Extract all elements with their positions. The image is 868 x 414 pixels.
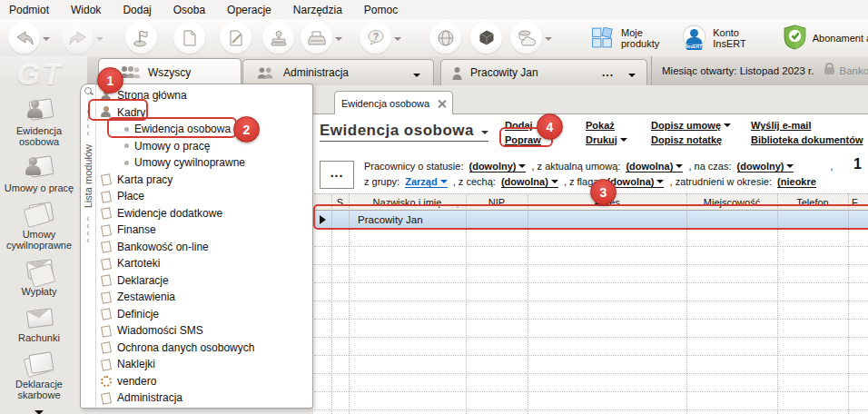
lista-modulow-strip[interactable]: Lista modułów	[81, 84, 96, 408]
print-dropdown-icon[interactable]	[335, 37, 342, 44]
menu-podmiot[interactable]: Podmiot	[9, 4, 49, 16]
table-empty-row[interactable]	[314, 410, 868, 414]
tree-item-umowy-o-prace[interactable]: Umowy o pracę	[96, 138, 312, 155]
table-empty-row[interactable]	[314, 229, 868, 247]
pokaz-link[interactable]: Pokaż	[586, 120, 627, 131]
table-empty-row[interactable]	[314, 392, 868, 410]
chevron-down-icon[interactable]	[628, 74, 636, 81]
popraw-link[interactable]: Popraw	[505, 134, 541, 145]
table-empty-row[interactable]	[314, 301, 868, 320]
tree-item-deklaracje[interactable]: Deklaracje	[96, 272, 312, 290]
help-dropdown-icon[interactable]	[394, 37, 401, 44]
filter-umowa-dropdown[interactable]: (dowolna)	[626, 161, 683, 172]
menu-dodaj[interactable]: Dodaj	[123, 4, 151, 16]
menu-narzedzia[interactable]: Narzędzia	[293, 4, 342, 16]
tree-item-strona-glowna[interactable]: Strona główna	[96, 87, 312, 104]
col-nip[interactable]: NIP	[466, 197, 528, 208]
wyslij-email-link[interactable]: Wyślij e-mail	[751, 120, 863, 131]
more-filters-button[interactable]: ...	[320, 161, 354, 189]
col-adres[interactable]: Adres	[528, 197, 686, 208]
new-document-button[interactable]	[173, 22, 205, 54]
tree-item-kartoteki[interactable]: Kartoteki	[96, 255, 312, 272]
konto-insert-button[interactable]: InsERT KontoInsERT	[681, 25, 745, 51]
filter-flaga-dropdown[interactable]: (dowolna)	[607, 176, 665, 188]
menu-osoba[interactable]: Osoba	[173, 4, 205, 16]
dopisz-umowe-link[interactable]: Dopisz umowę	[651, 120, 731, 131]
filter-na-czas-dropdown[interactable]: (dowolny)	[737, 161, 794, 172]
tree-item-karta-pracy[interactable]: Karta pracy	[96, 172, 312, 189]
tab-administracja[interactable]: Administracja	[242, 59, 434, 85]
tab-wszyscy[interactable]: Wszyscy	[98, 58, 242, 85]
module-umowy-o-prace[interactable]: Umowy o pracę	[0, 155, 78, 193]
table-empty-row[interactable]	[314, 356, 868, 374]
tab-ellipsis[interactable]: ...	[602, 66, 614, 79]
col-f[interactable]: F	[848, 197, 868, 208]
tree-item-administracja[interactable]: Administracja	[96, 389, 312, 407]
table-empty-row[interactable]	[314, 338, 868, 356]
tree-item-naklejki[interactable]: Naklejki	[96, 356, 312, 373]
menu-operacje[interactable]: Operacje	[227, 4, 271, 16]
biblioteka-dokumentow-link[interactable]: Biblioteka dokumentów	[751, 134, 863, 145]
col-telefon[interactable]: Telefon	[777, 197, 848, 208]
globe-button[interactable]	[429, 22, 461, 54]
back-dropdown-icon[interactable]	[43, 37, 50, 44]
dodaj-link[interactable]: Dodaj	[505, 120, 541, 131]
finanse-icon	[100, 224, 112, 236]
title-dropdown-icon[interactable]	[481, 131, 488, 138]
abonament-status[interactable]: Abonament aktywny	[783, 25, 868, 51]
table-empty-row[interactable]	[314, 374, 868, 392]
chevron-down-icon[interactable]	[413, 74, 420, 81]
tree-item-definicje[interactable]: Definicje	[96, 306, 312, 323]
table-empty-row[interactable]	[314, 320, 868, 338]
help-button[interactable]: ?	[360, 22, 391, 54]
tree-item-place[interactable]: Płace	[96, 188, 312, 205]
tree-item-wiadomosci-sms[interactable]: Wiadomości SMS	[96, 322, 312, 340]
module-wyplaty[interactable]: Wypłaty	[0, 259, 78, 297]
tree-item-ochrona-danych[interactable]: Ochrona danych osobowych	[96, 340, 312, 357]
filter-okres-dropdown[interactable]: (nieokre	[777, 176, 816, 188]
filter-status-dropdown[interactable]: (dowolny)	[469, 161, 527, 172]
globe-icon	[437, 29, 455, 47]
content-tab-ewidencja-osobowa[interactable]: Ewidencja osobowa	[334, 91, 453, 114]
moje-produkty-button[interactable]: Mojeprodukty	[590, 25, 659, 50]
filter-cecha-dropdown[interactable]: (dowolna)	[501, 176, 558, 188]
table-empty-row[interactable]	[314, 265, 868, 283]
flag-button[interactable]	[125, 22, 157, 54]
forward-button[interactable]	[62, 22, 94, 54]
table-row-selected[interactable]: Pracowity Jan	[314, 211, 868, 229]
cube-button[interactable]	[470, 22, 502, 54]
tree-item-vendero[interactable]: vendero	[96, 373, 312, 390]
tree-item-umowy-cywilnoprawne[interactable]: Umowy cywilnoprawne	[96, 154, 312, 172]
dopisz-notatke-link[interactable]: Dopisz notatkę	[651, 134, 731, 145]
table-empty-row[interactable]	[314, 247, 868, 265]
more-modules-icon[interactable]	[35, 410, 44, 414]
table-empty-row[interactable]	[314, 283, 868, 301]
menu-widok[interactable]: Widok	[71, 4, 101, 16]
cloud-dropdown-icon[interactable]	[545, 37, 552, 44]
print-button[interactable]	[301, 22, 332, 54]
module-deklaracje-skarbowe[interactable]: Deklaracje skarbowe	[0, 351, 78, 400]
col-miejscowosc[interactable]: Miejscowość	[686, 197, 777, 208]
module-ewidencja-osobowa[interactable]: Ewidencja osobowa	[0, 98, 78, 147]
drukuj-link[interactable]: Drukuj	[586, 134, 627, 145]
col-nazwisko[interactable]: Nazwisko i imię	[349, 197, 466, 208]
back-button[interactable]	[8, 22, 40, 54]
tree-item-kadry[interactable]: Kadry	[96, 104, 312, 122]
cloud-button[interactable]	[510, 22, 542, 54]
bankowosc-fragment[interactable]: Bankow	[839, 65, 868, 76]
col-s[interactable]: S	[331, 197, 349, 208]
tree-item-finanse[interactable]: Finanse	[96, 222, 312, 239]
tree-item-zestawienia[interactable]: Zestawienia	[96, 289, 312, 306]
tab-pracowity-jan[interactable]: Pracowity Jan ...	[440, 59, 647, 85]
close-icon[interactable]	[438, 99, 446, 107]
module-rachunki[interactable]: Rachunki	[0, 305, 78, 343]
page-title[interactable]: Ewidencja osobowa	[320, 122, 488, 142]
module-umowy-cywilnoprawne[interactable]: Umowy cywilnoprawne	[0, 202, 78, 251]
menu-pomoc[interactable]: Pomoc	[364, 4, 398, 16]
tree-item-ewidencje-dodatkowe[interactable]: Ewidencje dodatkowe	[96, 205, 312, 222]
tree-item-bankowosc-on-line[interactable]: Bankowość on-line	[96, 239, 312, 256]
edit-document-button[interactable]	[220, 22, 252, 54]
filter-grupa-dropdown[interactable]: Zarząd	[405, 176, 447, 188]
stamp-button[interactable]	[262, 22, 294, 54]
tree-item-ewidencja-osobowa[interactable]: Ewidencja osobowa	[96, 121, 312, 138]
